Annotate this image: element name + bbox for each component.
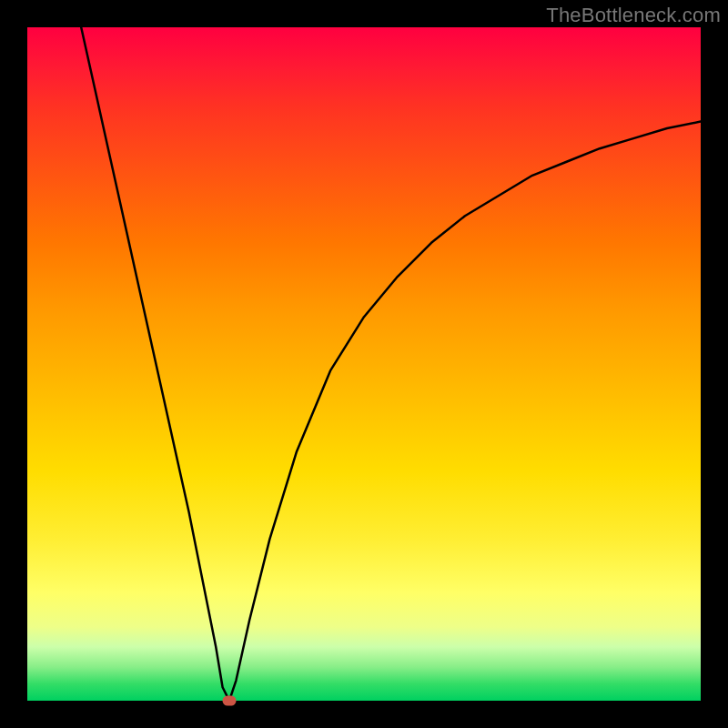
watermark-text: TheBottleneck.com	[546, 4, 721, 27]
chart-container: TheBottleneck.com	[0, 0, 728, 728]
bottleneck-curve	[27, 27, 701, 701]
minimum-marker	[223, 696, 237, 706]
curve-path	[81, 27, 701, 701]
plot-area	[27, 27, 701, 701]
